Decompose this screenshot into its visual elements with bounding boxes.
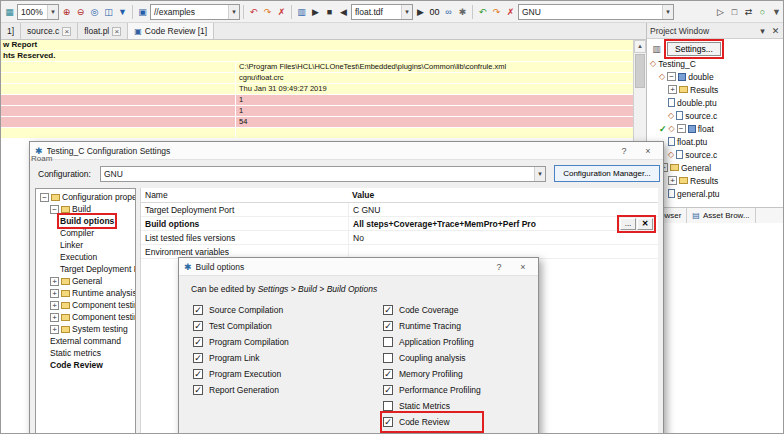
expander-icon[interactable]: − (677, 124, 686, 133)
filter-icon[interactable]: ▼ (116, 4, 129, 20)
project-tree-item[interactable]: ◇source.c (647, 109, 784, 122)
examples-combo[interactable]: //examples ▾ (150, 4, 240, 20)
chevron-down-icon[interactable]: ▾ (662, 5, 673, 19)
expander-icon[interactable]: + (50, 313, 59, 322)
window-menu-icon[interactable]: ▾ (756, 23, 769, 39)
tab-source-c[interactable]: source.c× (21, 23, 78, 39)
step-icon[interactable]: ▶ (309, 4, 322, 20)
project-tree-item[interactable]: float.ptu (647, 135, 784, 148)
checkbox-row[interactable]: ✓Program Execution (193, 366, 289, 382)
config-tree-item[interactable]: Target Deployment Po (36, 263, 135, 275)
chart-icon[interactable]: ▥ (295, 4, 308, 20)
project-tree-item[interactable]: ◇−double (647, 70, 784, 83)
checkbox-row[interactable]: Application Profiling (383, 334, 481, 350)
tab-code-review[interactable]: ▣Code Review [1] (128, 23, 214, 39)
expander-icon[interactable]: + (668, 85, 677, 94)
configuration-manager-button[interactable]: Configuration Manager... (554, 165, 660, 182)
checkbox-row[interactable]: ✓Test Compilation (193, 318, 289, 334)
expander-icon[interactable]: + (50, 289, 59, 298)
checkbox[interactable]: ✓ (383, 369, 393, 379)
chevron-down-icon[interactable]: ▾ (47, 5, 58, 19)
close-button[interactable]: × (638, 146, 658, 156)
checkbox[interactable]: ✓ (193, 385, 203, 395)
checkbox[interactable]: ✓ (383, 321, 393, 331)
checkbox-row[interactable]: ✓Performance Profiling (383, 382, 481, 398)
project-tree-item[interactable]: +Results (647, 174, 784, 187)
stop-icon[interactable]: ■ (323, 4, 336, 20)
tab-float-pl[interactable]: float.pl× (78, 23, 128, 39)
loop-icon[interactable]: ⇄ (742, 4, 755, 20)
cancel-arrow-icon[interactable]: ✗ (275, 4, 288, 20)
tab-cut[interactable]: 1] (1, 23, 21, 39)
scrollbar-thumb[interactable] (635, 54, 645, 88)
config-tree-item[interactable]: Build options (36, 215, 135, 227)
checkbox[interactable]: ✓ (383, 305, 393, 315)
zoom-in-icon[interactable]: ⊕ (60, 4, 73, 20)
property-row[interactable]: Build optionsAll steps+Coverage+Trace+Me… (141, 217, 658, 231)
config-tree-item[interactable]: +Component testing for C (36, 311, 135, 323)
checkbox[interactable] (383, 401, 393, 411)
instrument-icon[interactable]: ✱ (456, 4, 469, 20)
project-tree-item[interactable]: +Results (647, 83, 784, 96)
expander-icon[interactable]: − (40, 193, 49, 202)
stop-build-icon[interactable]: ✗ (504, 4, 517, 20)
zeros-icon[interactable]: 00 (428, 4, 441, 20)
checkbox[interactable] (383, 337, 393, 347)
expander-icon[interactable]: + (50, 277, 59, 286)
view-icon[interactable]: ▥ (650, 41, 663, 57)
zoom-combo[interactable]: 100% ▾ (17, 4, 59, 20)
target-config-combo[interactable]: GNU ▾ (518, 4, 674, 20)
checkbox-row[interactable]: ✓Memory Profiling (383, 366, 481, 382)
settings-button[interactable]: Settings... (667, 42, 721, 56)
checkbox-row[interactable]: ✓Runtime Tracing (383, 318, 481, 334)
checkbox[interactable]: ✓ (383, 385, 393, 395)
checkbox-row[interactable]: ✓Code Coverage (383, 302, 481, 318)
report-icon[interactable]: ▣ (136, 4, 149, 20)
expander-icon[interactable]: − (667, 72, 676, 81)
project-tree-item[interactable]: +General (647, 161, 784, 174)
checkbox-row[interactable]: Static Metrics (383, 398, 481, 414)
project-tree-item[interactable]: ◇Testing_C (647, 57, 784, 70)
checkbox[interactable]: ✓ (193, 305, 203, 315)
chevron-down-icon[interactable]: ▾ (401, 5, 412, 19)
config-tree-item[interactable]: +General (36, 275, 135, 287)
checkbox-row[interactable]: ✓Report Generation (193, 382, 289, 398)
checkbox-row[interactable]: ✓Program Compilation (193, 334, 289, 350)
checkbox-row[interactable]: ✓Source Compilation (193, 302, 289, 318)
close-icon[interactable]: ✕ (769, 23, 782, 39)
checkbox[interactable]: ✓ (193, 369, 203, 379)
chevron-down-icon[interactable]: ▾ (534, 167, 545, 181)
clear-button[interactable]: ✕ (637, 218, 653, 230)
stop-outline-icon[interactable]: □ (728, 4, 741, 20)
config-tree-item[interactable]: +System testing (36, 323, 135, 335)
redo-arrow-icon[interactable]: ↷ (261, 4, 274, 20)
project-tree-item[interactable]: double.ptu (647, 96, 784, 109)
checkbox-row[interactable]: ✓Program Link (193, 350, 289, 366)
project-tree-item[interactable]: ✓◇−float (647, 122, 784, 135)
checkbox[interactable]: ✓ (193, 321, 203, 331)
close-tab-icon[interactable]: × (112, 27, 121, 36)
zoom-out-icon[interactable]: ⊖ (74, 4, 87, 20)
checkbox[interactable]: ✓ (383, 417, 393, 427)
config-tree-item[interactable]: −Build (36, 203, 135, 215)
zoom-100-icon[interactable]: ◎ (88, 4, 101, 20)
close-button[interactable]: × (513, 262, 533, 272)
config-tree-item[interactable]: −Configuration properties (36, 191, 135, 203)
watch-icon[interactable]: ∞ (442, 4, 455, 20)
back-icon[interactable]: ◀ (337, 4, 350, 20)
config-tree-item[interactable]: Execution (36, 251, 135, 263)
checkbox[interactable]: ✓ (193, 337, 203, 347)
checkbox[interactable]: ✓ (193, 353, 203, 363)
checkbox-row[interactable]: Coupling analysis (383, 350, 481, 366)
expander-icon[interactable]: + (668, 176, 677, 185)
rebuild-arrow-icon[interactable]: ↷ (490, 4, 503, 20)
chevron-down-icon[interactable]: ▾ (228, 5, 239, 19)
close-tab-icon[interactable]: × (62, 27, 71, 36)
checkbox-row[interactable]: ✓Code Review (383, 414, 481, 430)
expander-icon[interactable]: − (50, 205, 59, 214)
app-grid-icon[interactable]: ▦ (3, 4, 16, 20)
zoom-selection-icon[interactable]: ◫ (102, 4, 115, 20)
menu-down-icon[interactable]: ▼ (770, 4, 783, 20)
help-button[interactable]: ? (614, 146, 634, 156)
help-button[interactable]: ? (489, 262, 509, 272)
